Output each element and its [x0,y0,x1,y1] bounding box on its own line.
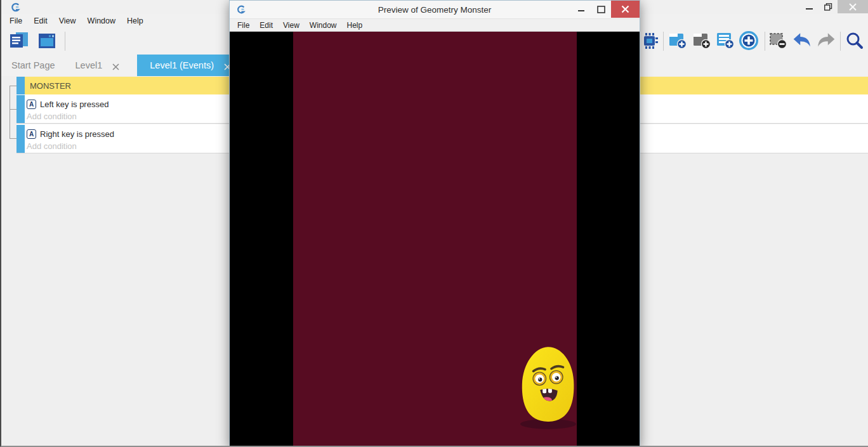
menu-edit[interactable]: Edit [254,20,278,30]
tree-branch [10,109,16,110]
menu-file[interactable]: File [232,20,254,30]
keyboard-key-icon: A [27,129,36,139]
add-special-event-icon[interactable] [739,30,759,51]
condition-text: Left key is pressed [40,100,109,109]
minimize-button[interactable] [799,0,819,13]
menu-edit[interactable]: Edit [28,15,53,27]
game-canvas[interactable] [230,32,640,446]
add-event-icon[interactable] [668,32,687,49]
event-group-label: MONSTER [30,81,71,91]
menu-help[interactable]: Help [121,15,149,27]
tree-branch [10,138,16,139]
open-events-list-icon[interactable] [8,30,30,51]
gdevelop-logo-icon [10,2,21,13]
main-menubar: File Edit View Window Help [4,15,149,27]
maximize-button[interactable] [591,1,611,18]
tab-label: Level1 [76,60,103,70]
tab-start-page[interactable]: Start Page [1,55,65,76]
tab-close-icon[interactable] [112,62,119,69]
close-button[interactable] [611,1,640,18]
toolbar-separator [663,32,664,51]
toolbar-separator [840,32,841,51]
tree-branch [10,86,16,86]
tab-level1-events[interactable]: Level1 (Events) [137,55,244,76]
redo-icon[interactable] [817,32,836,49]
menu-view[interactable]: View [278,20,305,30]
menu-help[interactable]: Help [342,20,368,30]
tab-level1[interactable]: Level1 [65,55,130,76]
add-subevent-icon[interactable] [692,32,711,49]
toolbar-separator [65,32,65,51]
toolbar-separator [765,32,765,51]
tab-label: Start Page [11,60,55,70]
monster-character [517,342,579,432]
close-button[interactable] [838,0,868,13]
add-comment-icon[interactable] [716,32,735,49]
preview-window-controls [572,1,640,18]
keyboard-key-icon: A [27,100,36,109]
menu-file[interactable]: File [4,15,28,27]
delete-event-icon[interactable] [768,32,787,49]
preview-menubar: File Edit View Window Help [230,18,640,32]
preview-titlebar[interactable]: Preview of Geometry Monster [230,1,640,18]
menu-window[interactable]: Window [82,15,121,27]
event-drag-handle[interactable] [16,95,25,123]
preview-window: Preview of Geometry Monster File Edit Vi… [229,0,640,447]
open-scene-editor-icon[interactable] [37,31,57,50]
undo-icon[interactable] [792,32,812,49]
debugger-icon[interactable] [641,31,659,50]
tab-label: Level1 (Events) [150,60,214,70]
search-icon[interactable] [845,31,864,50]
minimize-button[interactable] [572,1,591,18]
tree-line [10,86,10,138]
event-drag-handle[interactable] [16,77,25,94]
event-drag-handle[interactable] [16,125,25,153]
menu-view[interactable]: View [53,15,82,27]
gdevelop-main-window: File Edit View Window Help [0,0,868,447]
menu-window[interactable]: Window [305,20,342,30]
main-window-controls [799,0,868,13]
condition-text: Right key is pressed [40,129,114,139]
restore-button[interactable] [819,0,838,13]
